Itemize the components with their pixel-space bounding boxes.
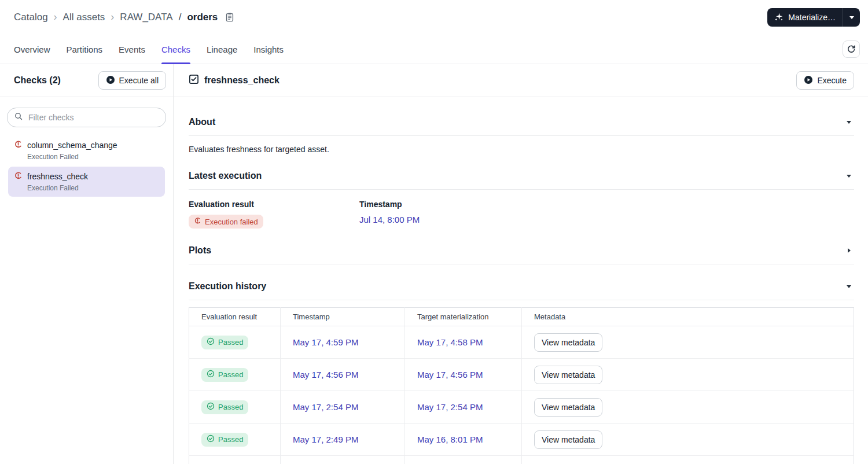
execution-timestamp-link[interactable]: May 17, 2:49 PM [293, 434, 358, 444]
check-description: Evaluates freshness for targeted asset. [189, 145, 854, 154]
execution-timestamp-link[interactable]: May 17, 4:56 PM [293, 370, 358, 380]
chevron-down-icon [847, 175, 851, 178]
execute-all-label: Execute all [119, 76, 159, 85]
check-title-label: freshness_check [204, 75, 279, 86]
table-row: Passed May 17, 2:49 PM May 16, 8:01 PM V… [189, 424, 854, 456]
copy-asset-name-icon[interactable] [225, 12, 235, 23]
checks-sidebar: Checks (2) Execute all [0, 64, 174, 464]
target-materialization-link[interactable]: May 17, 4:58 PM [417, 337, 483, 347]
section-plots-header[interactable]: Plots [189, 245, 854, 256]
execute-label: Execute [817, 76, 847, 85]
sparkles-icon [774, 12, 784, 23]
passed-badge: Passed [201, 336, 248, 349]
section-title: About [189, 117, 215, 127]
chevron-down-icon [849, 16, 854, 19]
breadcrumb-asset-group[interactable]: RAW_DATA [120, 12, 172, 23]
column-header-timestamp: Timestamp [281, 308, 405, 326]
section-latest-execution: Latest execution Evaluation result Execu… [189, 171, 854, 229]
target-materialization-link[interactable]: May 16, 8:01 PM [417, 434, 483, 444]
chevron-down-icon [847, 285, 851, 288]
section-title: Latest execution [189, 171, 262, 181]
check-detail-panel: freshness_check Execute About Evaluates … [174, 64, 868, 464]
table-row: Passed May 17, 2:54 PM May 17, 2:54 PM V… [189, 391, 854, 424]
check-title: freshness_check [189, 74, 279, 87]
section-execution-history: Execution history Evaluation result Time… [189, 281, 854, 464]
check-detail-header: freshness_check Execute [174, 64, 868, 97]
execution-failed-icon [14, 171, 23, 182]
execution-timestamp-link[interactable]: May 17, 2:54 PM [293, 402, 358, 412]
table-row-partial [189, 456, 854, 464]
passed-badge-label: Passed [218, 435, 243, 444]
materialize-button[interactable]: Materialize… [767, 8, 843, 27]
materialize-dropdown-button[interactable] [843, 8, 860, 27]
refresh-button[interactable] [843, 40, 860, 58]
asset-tab-bar: Overview Partitions Events Checks Lineag… [0, 35, 868, 64]
tab-lineage[interactable]: Lineage [207, 35, 237, 64]
view-metadata-button[interactable]: View metadata [534, 430, 602, 449]
execution-history-table: Evaluation result Timestamp Target mater… [189, 307, 854, 464]
check-circle-icon [207, 337, 215, 347]
divider [189, 189, 854, 190]
execution-timestamp-link[interactable]: May 17, 4:59 PM [293, 337, 358, 347]
app-header: Catalog › All assets › RAW_DATA / orders… [0, 0, 868, 35]
check-name: column_schema_change [27, 141, 117, 150]
filter-checks-box [7, 108, 166, 127]
tab-overview[interactable]: Overview [14, 35, 50, 64]
check-circle-icon [207, 434, 215, 444]
passed-badge-label: Passed [218, 370, 243, 379]
checks-sidebar-body: column_schema_change Execution Failed fr… [0, 97, 173, 197]
passed-badge-label: Passed [218, 338, 243, 347]
check-list-item-column-schema-change[interactable]: column_schema_change Execution Failed [8, 135, 165, 165]
passed-badge: Passed [201, 368, 248, 382]
target-materialization-link[interactable]: May 17, 4:56 PM [417, 370, 483, 380]
table-row: Passed May 17, 4:59 PM May 17, 4:58 PM V… [189, 326, 854, 359]
view-metadata-button[interactable]: View metadata [534, 366, 602, 384]
check-status: Execution Failed [14, 153, 159, 161]
check-list-item-freshness-check[interactable]: freshness_check Execution Failed [8, 167, 165, 197]
asset-name: orders [187, 12, 218, 23]
filter-checks-input[interactable] [27, 112, 159, 123]
tab-events[interactable]: Events [119, 35, 145, 64]
latest-execution-grid: Evaluation result Execution failed Times… [189, 200, 854, 229]
section-about-header[interactable]: About [189, 117, 854, 127]
section-title: Plots [189, 245, 211, 256]
table-header-row: Evaluation result Timestamp Target mater… [189, 308, 854, 326]
breadcrumb-catalog[interactable]: Catalog [14, 12, 48, 23]
latest-timestamp-link[interactable]: Jul 14, 8:00 PM [359, 215, 420, 224]
target-materialization-link[interactable]: May 17, 2:54 PM [417, 402, 483, 412]
column-header-evaluation-result: Evaluation result [189, 308, 281, 326]
breadcrumb-separator-icon: › [54, 12, 57, 23]
timestamp-label: Timestamp [359, 200, 402, 209]
breadcrumb-separator-icon: › [111, 12, 114, 23]
execute-button[interactable]: Execute [796, 71, 854, 90]
execution-failed-icon [14, 140, 23, 150]
check-circle-icon [207, 402, 215, 412]
section-about: About Evaluates freshness for targeted a… [189, 117, 854, 154]
view-metadata-button[interactable]: View metadata [534, 398, 602, 417]
materialize-split-button: Materialize… [767, 8, 860, 27]
check-circle-icon [207, 370, 215, 380]
checks-count-title: Checks (2) [14, 75, 61, 86]
view-metadata-button[interactable]: View metadata [534, 333, 602, 352]
tab-partitions[interactable]: Partitions [67, 35, 103, 64]
section-title: Execution history [189, 281, 266, 292]
divider [189, 135, 854, 136]
execution-failed-badge-label: Execution failed [205, 218, 258, 226]
breadcrumb-all-assets[interactable]: All assets [63, 12, 105, 23]
divider [189, 264, 854, 264]
execute-all-button[interactable]: Execute all [98, 71, 166, 90]
chevron-right-icon [848, 248, 851, 253]
section-latest-execution-header[interactable]: Latest execution [189, 171, 854, 181]
section-execution-history-header[interactable]: Execution history [189, 281, 854, 292]
tab-checks[interactable]: Checks [161, 35, 190, 64]
evaluation-result-label: Evaluation result [189, 200, 254, 209]
check-name: freshness_check [27, 172, 88, 181]
table-row: Passed May 17, 4:56 PM May 17, 4:56 PM V… [189, 359, 854, 391]
execution-failed-icon [194, 217, 201, 226]
divider [189, 300, 854, 300]
play-circle-icon [106, 75, 115, 86]
check-list: column_schema_change Execution Failed fr… [7, 135, 166, 197]
tab-insights[interactable]: Insights [253, 35, 284, 64]
column-header-target-materialization: Target materialization [405, 308, 522, 326]
search-icon [14, 112, 23, 123]
